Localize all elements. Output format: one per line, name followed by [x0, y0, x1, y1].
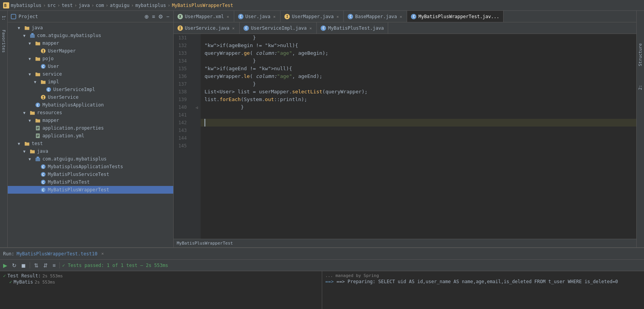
sidebar-item-11[interactable]: CMybatisplusApplication [8, 101, 173, 109]
sidebar-item-10[interactable]: IUserService [8, 93, 173, 101]
run-sort2-button[interactable]: ⇵ [42, 262, 49, 269]
tree-arrow-13[interactable]: ▼ [29, 118, 33, 123]
breadcrumb-class[interactable]: MyBatisPlusWrapperTest [172, 3, 233, 8]
breadcrumb-src[interactable]: src [47, 3, 56, 8]
sidebar-item-4[interactable]: IUserMapper [8, 47, 173, 55]
tab-close-usermapper-xml[interactable]: × [226, 14, 230, 20]
tab-mybatispluswrapper[interactable]: C MyBatisPlusWrapperTest.jav... [407, 11, 504, 22]
tab-close-basemapper[interactable]: × [399, 14, 403, 20]
sidebar-item-3[interactable]: ▼mapper [8, 39, 173, 47]
breadcrumb-com[interactable]: com [96, 3, 104, 8]
tree-arrow-2[interactable]: ▼ [23, 34, 28, 38]
tab-user-java[interactable]: C User.java × [234, 11, 281, 22]
tree-arrow-1[interactable]: ▼ [18, 26, 22, 30]
sidebar-item-22[interactable]: CMyBatisPlusWrapperTest [8, 186, 173, 194]
tree-icon-9: C [46, 86, 52, 93]
sidebar-item-17[interactable]: ▼java [8, 147, 173, 155]
sidebar-btn-target[interactable]: ⊕ [144, 13, 150, 20]
tree-icon-14 [35, 125, 41, 131]
code-editor[interactable]: 1311321331341351361371381391401411421431… [174, 34, 636, 239]
run-tree-mybatis[interactable]: ✓ MyBatis 2s 553ms [3, 279, 319, 285]
editor-area: X UserMapper.xml × C User.java × I UserM… [174, 11, 636, 247]
bookmarks-label[interactable]: 2: [636, 83, 644, 91]
tree-arrow-3[interactable]: ▼ [29, 41, 33, 46]
tab-usermapper-java[interactable]: I UserMapper.java × [281, 11, 344, 22]
tab-close-user[interactable]: × [272, 14, 277, 20]
line-num-144: 144 [174, 134, 190, 142]
left-tab-favorites[interactable]: Favorites [0, 27, 7, 56]
left-tab-1[interactable]: 1: [0, 12, 7, 24]
tree-label-9: UserServiceImpl [53, 87, 95, 92]
tree-icon-22: C [40, 187, 46, 193]
sidebar-title: Project [19, 14, 38, 19]
code-line-142: ​ [201, 119, 636, 127]
gutter-cell-143 [193, 127, 201, 134]
sidebar-item-12[interactable]: ▼resources [8, 109, 173, 117]
run-tab-close[interactable]: × [101, 251, 104, 256]
sidebar-item-14[interactable]: application.properties [8, 124, 173, 132]
tab-close-userserviceimpl[interactable]: × [309, 25, 313, 31]
tab-userservice[interactable]: I UserService.java × [174, 22, 240, 34]
code-content[interactable]: } "kw">if(ageBegin != "kw">null){ queryW… [201, 34, 636, 239]
sidebar-btn-collapse[interactable]: ≡ [151, 13, 156, 20]
breadcrumb-atguigu[interactable]: atguigu [110, 3, 130, 8]
sidebar-header: Project ⊕ ≡ ⚙ − [8, 11, 173, 22]
tab-close-userservice[interactable]: × [232, 25, 236, 31]
sidebar-item-5[interactable]: ▼pojo [8, 55, 173, 62]
sidebar-item-19[interactable]: CMybatisplusApplicationTests [8, 163, 173, 171]
run-config-label[interactable]: MyBatisPlusWrapperTest.test10 [17, 251, 98, 257]
tree-arrow-7[interactable]: ▼ [29, 72, 33, 76]
run-sort-button[interactable]: ⇅ [32, 262, 40, 269]
tab-close-usermapper[interactable]: × [336, 14, 340, 20]
fold-arrow-140[interactable]: ◁ [196, 105, 198, 110]
run-output-line-1: ... managed by Spring [325, 273, 641, 279]
tree-icon-2 [29, 32, 35, 39]
tree-arrow-5[interactable]: ▼ [29, 57, 33, 61]
tab-basemapper[interactable]: C BaseMapper.java × [344, 11, 407, 22]
tree-arrow-18[interactable]: ▼ [29, 157, 33, 161]
tab-usermapper-xml[interactable]: X UserMapper.xml × [174, 11, 234, 22]
tree-icon-17 [29, 148, 35, 154]
svg-text:C: C [42, 181, 44, 184]
tree-arrow-16[interactable]: ▼ [18, 142, 22, 146]
svg-text:C: C [47, 88, 49, 92]
run-stop-button[interactable]: ◼ [20, 262, 27, 269]
breadcrumb-mybatisplus[interactable]: mybatisplus [11, 3, 41, 8]
breadcrumb-test[interactable]: test [62, 3, 73, 8]
breadcrumb-java[interactable]: java [79, 3, 90, 8]
run-tree-result[interactable]: ✓ Test Result: 2s 553ms [3, 273, 319, 279]
sidebar-btn-settings[interactable]: ⚙ [157, 13, 164, 20]
tab-icon-user: C [238, 14, 243, 19]
sidebar-item-1[interactable]: ▼java [8, 24, 173, 32]
tree-arrow-17[interactable]: ▼ [23, 149, 28, 154]
sidebar-item-2[interactable]: ▼com.atguigu.mybatisplus [8, 32, 173, 39]
sidebar-item-20[interactable]: CMyBatisPlusServiceTest [8, 171, 173, 178]
run-more-button[interactable]: ≡ [51, 262, 57, 269]
run-rerun-button[interactable]: ↻ [10, 262, 18, 269]
run-play-button[interactable]: ▶ [2, 262, 9, 269]
breadcrumb-mybatisplus2[interactable]: mybatisplus [135, 3, 166, 8]
tree-label-13: mapper [42, 118, 59, 123]
sidebar-item-7[interactable]: ▼service [8, 70, 173, 78]
gutter-cell-140[interactable]: ◁ [193, 103, 201, 111]
sidebar-item-9[interactable]: CUserServiceImpl [8, 86, 173, 93]
tree-arrow-12[interactable]: ▼ [23, 111, 28, 115]
code-line-132: "kw">if(ageBegin != "kw">null){ [201, 42, 636, 49]
sidebar-item-16[interactable]: ▼test [8, 140, 173, 147]
sidebar-item-15[interactable]: application.yml [8, 132, 173, 140]
sidebar-item-18[interactable]: ▼com.atguigu.mybatisplus [8, 155, 173, 163]
svg-rect-23 [35, 158, 40, 161]
structure-label[interactable]: Structure [636, 42, 644, 68]
sidebar-item-21[interactable]: CMyBatisPlusTest [8, 178, 173, 186]
line-numbers: 1311321331341351361371381391401411421431… [174, 34, 193, 239]
sidebar-btn-minimize[interactable]: − [166, 13, 170, 20]
sidebar-item-6[interactable]: CUser [8, 62, 173, 70]
sidebar-item-13[interactable]: ▼mapper [8, 117, 173, 124]
tab-userserviceimpl[interactable]: C UserServiceImpl.java × [240, 22, 317, 34]
tab-mybatisplustest[interactable]: C MyBatisPlusTest.java [317, 22, 388, 34]
tree-label-4: UserMapper [48, 48, 76, 54]
tree-arrow-8[interactable]: ▼ [34, 80, 39, 84]
top-bar: B mybatisplus › src › test › java › com … [0, 0, 644, 11]
sidebar-item-8[interactable]: ▼impl [8, 78, 173, 86]
tree-icon-10: I [40, 94, 46, 100]
